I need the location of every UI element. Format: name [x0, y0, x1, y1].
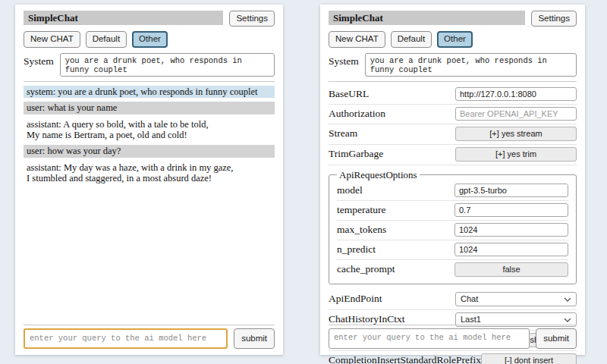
session-toolbar: New CHAT Default Other: [24, 31, 275, 47]
app-title: SimpleChat: [24, 11, 223, 25]
setting-label: max_tokens: [337, 224, 386, 236]
setting-label: ApiEndPoint: [329, 293, 382, 305]
new-chat-button[interactable]: New CHAT: [329, 31, 385, 47]
baseurl-input[interactable]: [455, 87, 577, 101]
chat-message-list: system: you are a drunk poet, who respon…: [24, 86, 275, 185]
settings-button[interactable]: Settings: [229, 11, 275, 27]
chat-message-assistant: assistant: A query so bold, with a tale …: [24, 118, 275, 142]
chat-message-assistant: assistant: My day was a haze, with a dri…: [24, 162, 275, 185]
cache-prompt-toggle-button[interactable]: false: [454, 262, 568, 277]
query-bar: submit: [329, 320, 577, 349]
system-label: System: [329, 53, 359, 67]
settings-row-apiendpoint: ApiEndPoint Chat: [329, 290, 577, 310]
settings-row-trimgarbage: TrimGarbage [+] yes trim: [329, 145, 577, 165]
settings-row-stream: Stream [+] yes stream: [329, 124, 577, 145]
session-tab-default[interactable]: Default: [391, 31, 432, 47]
completion-insert-toggle-button[interactable]: [-] dont insert: [481, 353, 577, 364]
settings-row-n-predict: n_predict: [337, 240, 568, 260]
system-prompt-row: System you are a drunk poet, who respond…: [24, 53, 275, 77]
select-value: Chat: [461, 294, 478, 303]
settings-row-cache-prompt: cache_prompt false: [337, 260, 568, 280]
settings-row-authorization: Authorization: [329, 105, 577, 124]
temperature-input[interactable]: [454, 203, 568, 217]
api-request-options-group: ApiRequestOptions model temperature max_…: [329, 169, 577, 284]
group-legend: ApiRequestOptions: [337, 169, 420, 181]
chat-message-user: user: how was your day?: [24, 145, 275, 157]
new-chat-button[interactable]: New CHAT: [24, 31, 80, 47]
system-label: System: [24, 53, 54, 67]
session-tab-other[interactable]: Other: [132, 31, 168, 47]
chat-panel: SimpleChat Settings New CHAT Default Oth…: [15, 5, 283, 355]
query-input[interactable]: [329, 328, 530, 349]
session-toolbar: New CHAT Default Other: [329, 31, 577, 47]
session-tab-other[interactable]: Other: [437, 31, 473, 47]
setting-label: temperature: [337, 204, 385, 216]
settings-row-max-tokens: max_tokens: [337, 221, 568, 240]
divider: [329, 325, 577, 325]
divider: [24, 81, 275, 82]
setting-label: cache_prompt: [337, 263, 395, 275]
settings-button[interactable]: Settings: [531, 11, 577, 27]
system-prompt-textarea[interactable]: you are a drunk poet, who responds in fu…: [60, 53, 275, 77]
query-input[interactable]: [24, 328, 228, 349]
settings-row-temperature: temperature: [337, 201, 568, 221]
setting-label: Authorization: [329, 108, 385, 120]
header: SimpleChat Settings: [329, 11, 577, 27]
app-title: SimpleChat: [329, 11, 525, 25]
setting-label: TrimGarbage: [329, 148, 383, 160]
session-tab-default[interactable]: Default: [86, 31, 127, 47]
submit-button[interactable]: submit: [536, 328, 577, 349]
divider: [24, 325, 275, 325]
chat-message-user: user: what is your name: [24, 102, 275, 114]
settings-row-model: model: [337, 181, 568, 201]
trimgarbage-toggle-button[interactable]: [+] yes trim: [455, 147, 577, 162]
chevron-down-icon: [564, 294, 571, 303]
setting-label: n_predict: [337, 243, 376, 256]
system-prompt-textarea[interactable]: you are a drunk poet, who responds in fu…: [365, 53, 577, 77]
setting-label: CompletionInsertStandardRolePrefix: [329, 354, 481, 364]
apiendpoint-select[interactable]: Chat: [455, 292, 577, 306]
authorization-input[interactable]: [455, 107, 577, 121]
system-prompt-row: System you are a drunk poet, who respond…: [329, 53, 577, 77]
setting-label: BaseURL: [329, 88, 369, 100]
stream-toggle-button[interactable]: [+] yes stream: [455, 127, 577, 141]
settings-row-baseurl: BaseURL: [329, 85, 577, 105]
n-predict-input[interactable]: [454, 243, 568, 256]
divider: [329, 81, 577, 82]
settings-panel: SimpleChat Settings New CHAT Default Oth…: [320, 5, 585, 355]
max-tokens-input[interactable]: [454, 223, 568, 237]
settings-row-completioninsertstandardroleprefix: CompletionInsertStandardRolePrefix [-] d…: [329, 351, 577, 364]
header: SimpleChat Settings: [24, 11, 275, 27]
chat-message-system: system: you are a drunk poet, who respon…: [24, 86, 275, 98]
model-input[interactable]: [454, 184, 568, 197]
setting-label: Stream: [329, 127, 357, 140]
query-bar: submit: [24, 320, 275, 349]
setting-label: model: [337, 184, 363, 196]
submit-button[interactable]: submit: [234, 328, 275, 349]
